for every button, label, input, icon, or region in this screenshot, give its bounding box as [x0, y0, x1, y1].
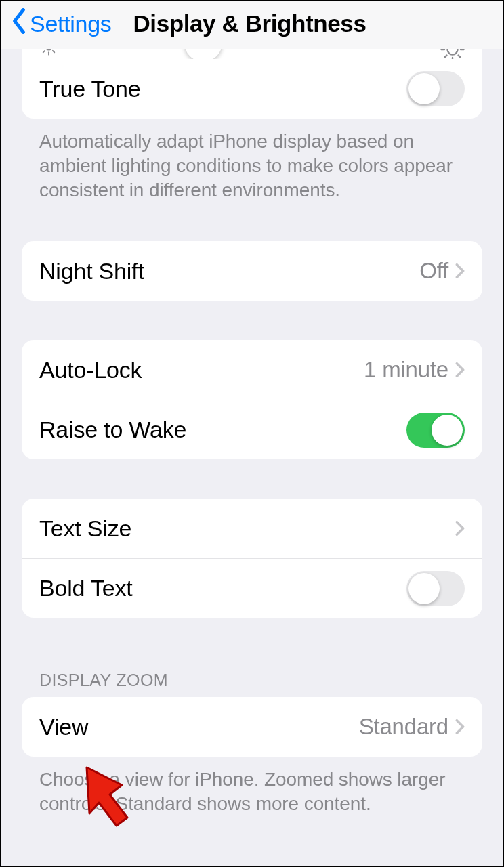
brightness-group: True Tone: [22, 49, 482, 119]
svg-line-15: [459, 56, 461, 58]
chevron-right-icon: [455, 263, 465, 279]
bold-text-row: Bold Text: [22, 558, 482, 618]
sun-large-icon: [440, 49, 465, 59]
chevron-left-icon: [11, 8, 30, 39]
true-tone-row: True Tone: [22, 59, 482, 119]
svg-line-7: [43, 51, 45, 52]
nav-bar: Settings Display & Brightness: [1, 1, 503, 49]
night-shift-label: Night Shift: [39, 258, 419, 284]
view-row[interactable]: View Standard: [22, 697, 482, 757]
page-title: Display & Brightness: [133, 10, 366, 37]
auto-lock-value: 1 minute: [364, 357, 448, 383]
true-tone-label: True Tone: [39, 76, 406, 102]
raise-to-wake-row: Raise to Wake: [22, 400, 482, 459]
svg-point-9: [448, 49, 458, 55]
svg-point-0: [45, 49, 51, 50]
slider-thumb[interactable]: [184, 49, 222, 59]
display-zoom-footer: Choose a view for iPhone. Zoomed shows l…: [22, 757, 482, 816]
bold-text-label: Bold Text: [39, 575, 406, 601]
sun-small-icon: [39, 49, 58, 56]
raise-to-wake-label: Raise to Wake: [39, 417, 406, 443]
brightness-slider[interactable]: [22, 49, 482, 59]
display-zoom-header: DISPLAY ZOOM: [22, 671, 482, 697]
text-group: Text Size Bold Text: [22, 499, 482, 618]
true-tone-toggle[interactable]: [406, 71, 465, 106]
chevron-right-icon: [455, 362, 465, 378]
view-label: View: [39, 714, 359, 740]
svg-line-16: [444, 56, 446, 58]
chevron-right-icon: [455, 719, 465, 735]
night-shift-group: Night Shift Off: [22, 241, 482, 301]
lock-group: Auto-Lock 1 minute Raise to Wake: [22, 340, 482, 459]
true-tone-footer: Automatically adapt iPhone display based…: [22, 119, 482, 202]
text-size-label: Text Size: [39, 515, 455, 542]
back-label: Settings: [30, 11, 111, 37]
raise-to-wake-toggle[interactable]: [406, 413, 465, 448]
text-size-row[interactable]: Text Size: [22, 499, 482, 558]
content-scroll[interactable]: True Tone Automatically adapt iPhone dis…: [1, 49, 503, 866]
bold-text-toggle[interactable]: [406, 571, 465, 606]
auto-lock-row[interactable]: Auto-Lock 1 minute: [22, 340, 482, 400]
chevron-right-icon: [455, 520, 465, 536]
night-shift-value: Off: [419, 258, 448, 284]
auto-lock-label: Auto-Lock: [39, 357, 364, 383]
view-value: Standard: [359, 714, 448, 740]
svg-line-6: [53, 51, 54, 52]
night-shift-row[interactable]: Night Shift Off: [22, 241, 482, 301]
display-zoom-group: View Standard: [22, 697, 482, 757]
back-button[interactable]: Settings: [11, 8, 111, 39]
